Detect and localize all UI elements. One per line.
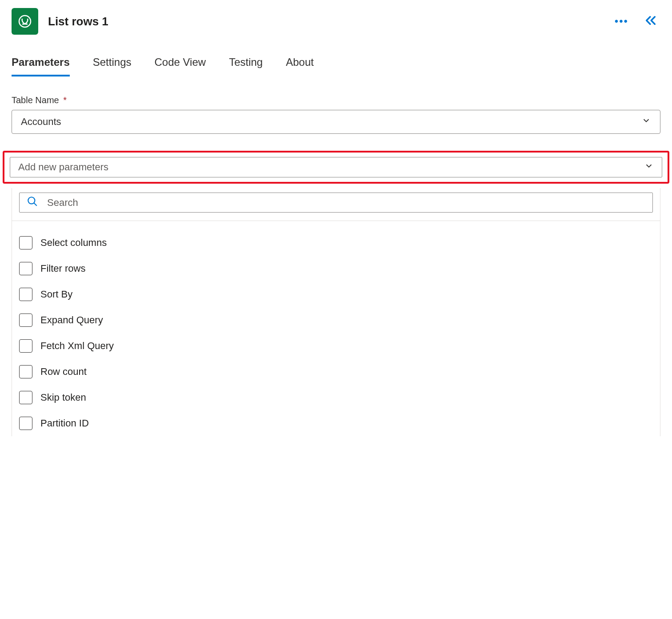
option-label: Skip token [40,392,86,403]
search-row [12,188,660,221]
add-parameters-highlight: Add new parameters [3,151,669,184]
checkbox[interactable] [19,417,32,430]
option-sort-by[interactable]: Sort By [19,281,653,307]
checkbox[interactable] [19,365,32,378]
checkbox[interactable] [19,314,32,327]
table-name-label: Table Name * [12,95,660,105]
checkbox[interactable] [19,236,32,249]
option-label: Partition ID [40,418,89,429]
option-label: Expand Query [40,314,103,326]
table-name-select[interactable]: Accounts [12,110,660,134]
required-indicator: * [63,95,67,105]
chevron-down-icon [641,116,651,128]
tab-parameters[interactable]: Parameters [12,56,70,76]
add-parameters-dropdown[interactable]: Add new parameters [10,157,662,177]
option-label: Sort By [40,289,72,300]
panel-header: List rows 1 ••• [0,0,672,43]
parameters-dropdown-panel: Select columns Filter rows Sort By Expan… [12,188,660,436]
tab-code-view[interactable]: Code View [154,56,206,76]
option-expand-query[interactable]: Expand Query [19,307,653,333]
checkbox[interactable] [19,288,32,301]
option-label: Row count [40,366,87,378]
option-label: Select columns [40,237,107,249]
svg-line-2 [34,203,37,206]
connector-icon [12,8,38,35]
search-box[interactable] [19,193,653,213]
action-title: List rows 1 [48,15,605,28]
header-actions: ••• [615,14,657,29]
option-label: Filter rows [40,263,85,274]
parameter-options-list: Select columns Filter rows Sort By Expan… [12,221,660,436]
chevron-down-icon [644,161,654,173]
tab-testing[interactable]: Testing [229,56,263,76]
option-row-count[interactable]: Row count [19,359,653,385]
table-name-label-text: Table Name [12,95,59,105]
checkbox[interactable] [19,391,32,404]
option-filter-rows[interactable]: Filter rows [19,256,653,281]
search-icon [27,196,38,209]
tab-settings[interactable]: Settings [93,56,132,76]
add-parameters-placeholder: Add new parameters [18,161,108,173]
option-skip-token[interactable]: Skip token [19,385,653,410]
option-label: Fetch Xml Query [40,340,114,352]
tab-about[interactable]: About [286,56,314,76]
svg-point-1 [28,197,35,204]
checkbox[interactable] [19,339,32,353]
option-select-columns[interactable]: Select columns [19,230,653,256]
collapse-icon[interactable] [644,14,657,29]
checkbox[interactable] [19,262,32,275]
tab-bar: Parameters Settings Code View Testing Ab… [0,43,672,76]
parameters-panel: Table Name * Accounts [0,76,672,134]
more-icon[interactable]: ••• [615,15,628,28]
option-fetch-xml-query[interactable]: Fetch Xml Query [19,333,653,359]
svg-point-0 [19,16,31,27]
search-input[interactable] [46,197,645,209]
option-partition-id[interactable]: Partition ID [19,410,653,436]
table-name-value: Accounts [21,116,61,128]
